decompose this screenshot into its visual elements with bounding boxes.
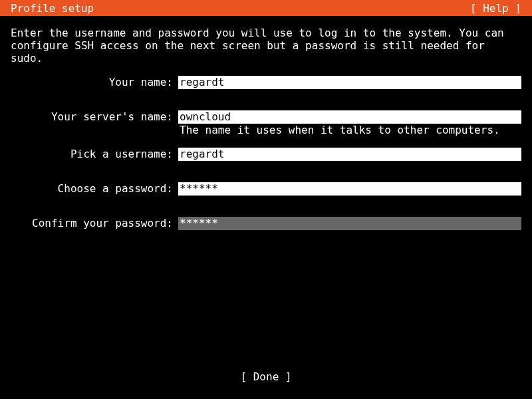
password-row: Choose a password: ****** xyxy=(5,182,527,196)
name-row: Your name: regardt xyxy=(5,76,527,89)
username-row: Pick a username: regardt xyxy=(5,148,527,161)
server-hint: The name it uses when it talks to other … xyxy=(178,124,521,137)
done-button[interactable]: [ Done ] xyxy=(240,370,291,383)
password-input[interactable]: ****** xyxy=(178,182,521,196)
header-bar: Profile setup [ Help ] xyxy=(0,0,532,16)
server-hint-row: The name it uses when it talks to other … xyxy=(5,124,527,137)
username-label: Pick a username: xyxy=(5,148,178,161)
server-row: Your server's name: owncloud xyxy=(5,110,527,124)
name-input[interactable]: regardt xyxy=(178,76,521,89)
password-label: Choose a password: xyxy=(5,182,178,196)
confirm-label: Confirm your password: xyxy=(5,217,178,230)
help-button[interactable]: [ Help ] xyxy=(470,2,527,15)
name-label: Your name: xyxy=(5,76,178,89)
page-title: Profile setup xyxy=(5,2,94,15)
footer: [ Done ] xyxy=(0,370,532,383)
confirm-row: Confirm your password: ****** xyxy=(5,217,527,230)
main-content: Enter the username and password you will… xyxy=(0,16,532,230)
server-input[interactable]: owncloud xyxy=(178,110,521,124)
instructions-text: Enter the username and password you will… xyxy=(5,27,527,76)
server-label: Your server's name: xyxy=(5,110,178,124)
username-input[interactable]: regardt xyxy=(178,148,521,161)
confirm-input[interactable]: ****** xyxy=(178,217,521,230)
